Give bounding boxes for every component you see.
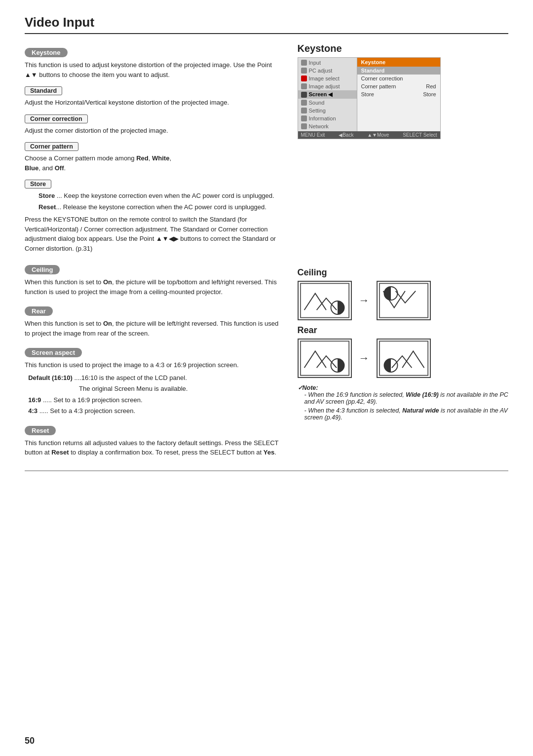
reset-bold: Reset [51, 449, 69, 456]
page-title: Video Input [25, 15, 508, 34]
corner-pattern-body: Choose a Corner pattern mode among Red, … [25, 153, 283, 173]
yes-bold: Yes [264, 449, 274, 456]
ceiling-badge: Ceiling [25, 265, 60, 274]
corner-pattern-off: Off [55, 164, 64, 172]
menu-screen: Screen ◀ [298, 90, 357, 99]
ceiling-body: When this function is set to On, the pic… [25, 277, 283, 297]
screen-aspect-body: This function is used to project the ima… [25, 360, 283, 370]
submenu-store: StoreStore [357, 90, 440, 98]
store-label: Store [38, 192, 55, 199]
menu-exit: MENU Exit [301, 132, 325, 138]
submenu-corner-correction: Corner correction [357, 75, 440, 82]
menu-bottom-bar: MENU Exit ◀Back ▲▼Move SELECT Select [298, 131, 440, 139]
keystone-badge: Keystone [25, 48, 68, 57]
keystone-intro: This function is used to adjust keystone… [25, 60, 283, 79]
submenu-header: Standard [357, 67, 440, 75]
menu-network: Network [298, 122, 357, 130]
reset-store-label: Reset [38, 203, 56, 211]
default-text: ....16:10 is the aspect of the LCD panel… [73, 374, 187, 381]
screen-aspect-43: 4:3 ..... Set to a 4:3 projection screen… [25, 406, 283, 416]
left-column: Keystone This function is used to adjust… [25, 43, 283, 460]
menu-image-select: Image select [298, 75, 357, 82]
43-text: ..... Set to a 4:3 projection screen. [38, 407, 135, 415]
note-list: When the 16:9 function is selected, Wide… [298, 391, 509, 421]
store-body: Store ... Keep the keystone correction e… [25, 191, 283, 212]
keystone-right-title: Keystone [298, 43, 509, 54]
note-item-2: When the 4:3 function is selected, Natur… [301, 407, 509, 421]
store-text: ... Keep the keystone correction even wh… [55, 192, 274, 199]
screen-aspect-details: Default (16:10) ....16:10 is the aspect … [25, 373, 283, 416]
corner-correction-body: Adjust the corner distortion of the proj… [25, 126, 283, 136]
rear-after-svg [378, 339, 430, 378]
reset-badge: Reset [25, 426, 56, 435]
standard-badge: Standard [25, 86, 62, 95]
corner-correction-badge: Corner correction [25, 114, 88, 123]
ceiling-after [377, 281, 431, 320]
keystone-press-text: Press the KEYSTONE button on the remote … [25, 215, 283, 253]
screen-aspect-default: Default (16:10) ....16:10 is the aspect … [25, 373, 283, 383]
corner-pattern-white: White [152, 154, 169, 162]
rear-before [298, 339, 352, 378]
right-column: Keystone Input PC adjust [298, 43, 509, 460]
keystone-menu-sim: Input PC adjust Image select Image adjus… [298, 57, 441, 139]
rear-body: When this function is set to On, the pic… [25, 319, 283, 338]
menu-move: ▲▼Move [367, 132, 389, 138]
screen-aspect-original: The original Screen Menu is available. [79, 384, 283, 394]
rear-before-svg [299, 339, 351, 378]
reset-line: Reset... Release the keystone correction… [25, 202, 283, 212]
menu-pc-adjust: PC adjust [298, 67, 357, 75]
rear-badge: Rear [25, 306, 53, 316]
169-text: ..... Set to a 16:9 projection screen. [41, 396, 142, 404]
menu-back: ◀Back [339, 132, 353, 138]
default-label: Default (16:10) [28, 374, 73, 381]
corner-pattern-red: Red [136, 154, 149, 162]
main-content: Keystone This function is used to adjust… [25, 43, 508, 460]
note-item-1: When the 16:9 function is selected, Wide… [301, 391, 509, 405]
corner-pattern-text1: Choose a Corner pattern mode among [25, 154, 136, 162]
page: Video Input Keystone This function is us… [0, 0, 533, 756]
menu-input: Input [298, 59, 357, 67]
bottom-rule [25, 470, 508, 471]
reset-store-text: ... Release the keystone correction when… [56, 203, 266, 211]
page-number: 50 [25, 736, 35, 746]
menu-select: SELECT Select [403, 132, 437, 138]
169-label: 16:9 [28, 396, 41, 404]
43-label: 4:3 [28, 407, 38, 415]
ceiling-arrow: → [359, 294, 370, 307]
ceiling-before-svg [299, 281, 351, 320]
corner-pattern-comma2: , [169, 154, 171, 162]
menu-sound: Sound [298, 99, 357, 107]
rear-after [377, 339, 431, 378]
rear-arrow: → [359, 352, 370, 365]
corner-pattern-and: , and [38, 164, 55, 172]
corner-pattern-period: . [64, 164, 66, 172]
corner-pattern-comma: , [149, 154, 152, 162]
corner-pattern-blue: Blue [25, 164, 38, 172]
ceiling-before [298, 281, 352, 320]
menu-image-adjust: Image adjust [298, 82, 357, 90]
rear-diagram-section: Rear → [298, 325, 509, 378]
rear-diagram-row: → [298, 339, 509, 378]
screen-aspect-badge: Screen aspect [25, 348, 82, 357]
menu-information: Information [298, 114, 357, 122]
ceiling-diagram-section: Ceiling → [298, 267, 509, 320]
ceiling-after-svg [378, 281, 430, 320]
note-section: ✓Note: When the 16:9 function is selecte… [298, 384, 509, 421]
rear-diagram-title: Rear [298, 325, 509, 336]
screen-aspect-169: 16:9 ..... Set to a 16:9 projection scre… [25, 395, 283, 405]
corner-pattern-badge: Corner pattern [25, 142, 78, 151]
store-line1: Store ... Keep the keystone correction e… [25, 191, 283, 201]
store-badge: Store [25, 180, 51, 189]
reset-body: This function returns all adjusted value… [25, 438, 283, 457]
submenu-corner-pattern: Corner patternRed [357, 82, 440, 90]
submenu-title: Keystone [357, 58, 440, 67]
ceiling-diagram-row: → [298, 281, 509, 320]
standard-body: Adjust the Horizontal/Vertical keystone … [25, 98, 283, 108]
menu-setting: Setting [298, 107, 357, 114]
note-title: ✓Note: [298, 384, 509, 391]
ceiling-diagram-title: Ceiling [298, 267, 509, 278]
